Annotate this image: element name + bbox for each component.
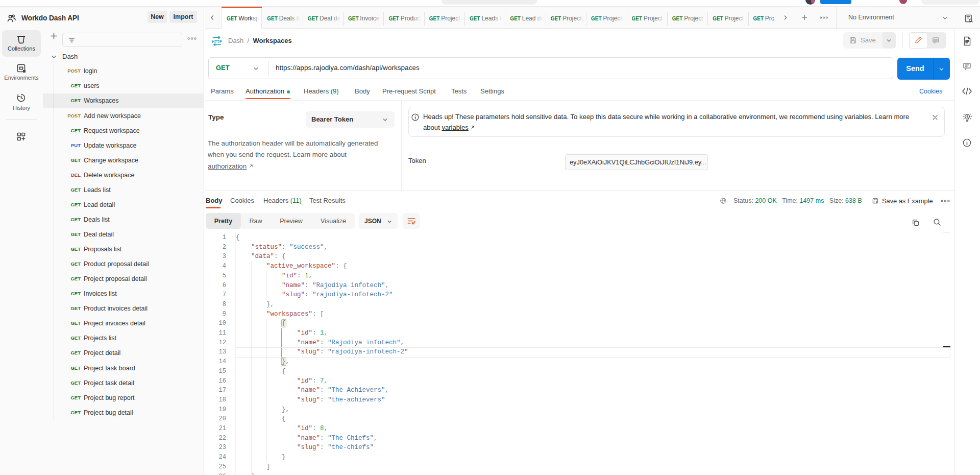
svg-text:HTTP: HTTP xyxy=(212,39,222,44)
